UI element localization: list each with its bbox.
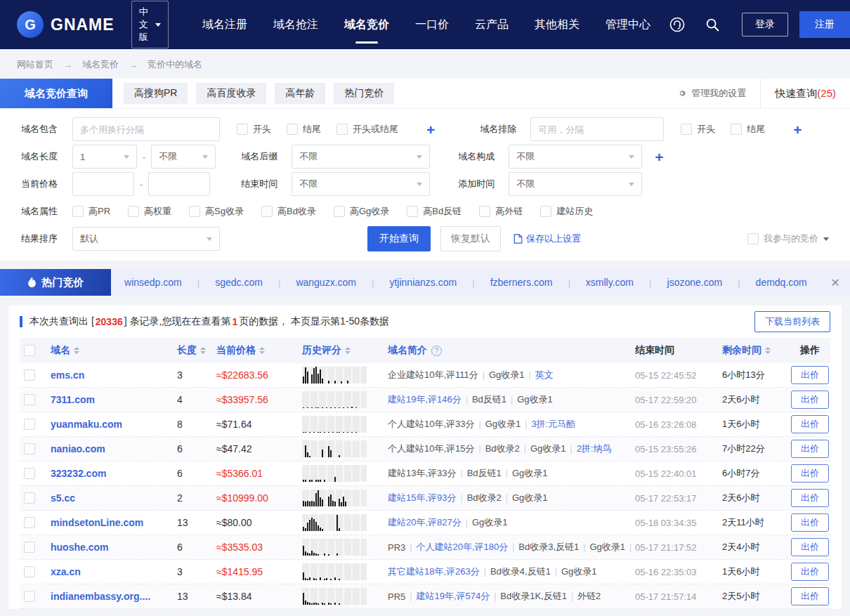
sort-icon[interactable]: [765, 347, 771, 354]
filter-checkbox-option[interactable]: 结尾: [287, 123, 321, 136]
desc-link[interactable]: 建站19年,评574分: [416, 590, 490, 603]
row-checkbox[interactable]: [24, 566, 35, 577]
sort-icon[interactable]: [259, 347, 265, 354]
my-bids-filter[interactable]: 我参与的竞价: [747, 232, 829, 245]
desc-link[interactable]: 英文: [535, 369, 554, 381]
hot-domain-link[interactable]: fzberners.com: [490, 277, 553, 288]
desc-link[interactable]: 建站15年,评93分: [388, 492, 457, 504]
sort-select[interactable]: 默认: [72, 227, 220, 251]
filter-checkbox-option[interactable]: 高Sg收录: [189, 205, 244, 218]
column-label[interactable]: 域名: [51, 344, 70, 357]
close-icon[interactable]: ✕: [820, 269, 850, 296]
manage-settings-link[interactable]: 管理我的设置: [663, 87, 760, 100]
bid-button[interactable]: 出价: [791, 587, 829, 605]
language-selector[interactable]: 中文版: [131, 1, 169, 48]
filter-checkbox-option[interactable]: 高权重: [128, 205, 171, 218]
filter-checkbox-option[interactable]: 高PR: [72, 205, 110, 218]
domain-link[interactable]: 7311.com: [51, 394, 95, 405]
suffix-select[interactable]: 不限: [292, 145, 430, 169]
my-bids-checkbox[interactable]: [747, 233, 759, 244]
row-checkbox[interactable]: [24, 542, 35, 553]
add-exclude-condition-button[interactable]: +: [793, 122, 802, 137]
bid-button[interactable]: 出价: [791, 538, 829, 556]
column-label[interactable]: 长度: [177, 344, 197, 357]
breadcrumb-item[interactable]: 竞价中的域名: [148, 58, 202, 71]
filter-checkbox-option[interactable]: 开头: [681, 123, 715, 136]
desc-link[interactable]: 2拼:纳鸟: [577, 443, 612, 455]
quick-query-button[interactable]: 快速查询(25): [761, 87, 850, 100]
nav-item[interactable]: 其他相关: [535, 12, 580, 38]
exclude-input[interactable]: [530, 117, 664, 141]
add-include-condition-button[interactable]: +: [426, 122, 435, 137]
register-button[interactable]: 注册: [799, 11, 850, 38]
filter-checkbox-option[interactable]: 开头或结尾: [336, 123, 398, 136]
checkbox[interactable]: [189, 206, 200, 217]
include-input[interactable]: [72, 117, 220, 141]
compose-select[interactable]: 不限: [509, 145, 642, 169]
domain-link[interactable]: naniao.com: [51, 443, 105, 454]
bid-button[interactable]: 出价: [791, 391, 829, 409]
domain-link[interactable]: mindsetonLine.com: [51, 517, 143, 528]
column-label[interactable]: 当前价格: [216, 344, 256, 357]
bid-button[interactable]: 出价: [791, 415, 829, 433]
breadcrumb-item[interactable]: 域名竞价: [82, 58, 119, 71]
search-button[interactable]: 开始查询: [367, 226, 431, 251]
desc-link[interactable]: 建站20年,评827分: [388, 516, 462, 529]
hot-auction-tab[interactable]: 热门竞价: [0, 269, 111, 296]
hot-domain-link[interactable]: sgedc.com: [215, 277, 263, 288]
row-checkbox[interactable]: [24, 468, 35, 479]
price-max-input[interactable]: [148, 172, 210, 196]
row-checkbox[interactable]: [24, 492, 35, 504]
reset-button[interactable]: 恢复默认: [440, 226, 501, 251]
filter-checkbox-option[interactable]: 高外链: [479, 205, 523, 218]
search-icon[interactable]: [704, 16, 721, 33]
hot-domain-link[interactable]: winsedp.com: [124, 277, 182, 288]
column-label[interactable]: 历史评分: [302, 344, 341, 357]
desc-link[interactable]: 个人建站20年,评180分: [416, 541, 508, 553]
domain-link[interactable]: huoshe.com: [51, 542, 108, 553]
hot-domain-link[interactable]: ytjinnianzs.com: [389, 277, 457, 288]
checkbox[interactable]: [128, 206, 139, 217]
domain-link[interactable]: indianembassy.org....: [51, 591, 150, 602]
tab[interactable]: 高搜狗PR: [124, 83, 188, 104]
row-checkbox[interactable]: [24, 517, 35, 528]
select-all-checkbox[interactable]: [24, 345, 35, 356]
filter-checkbox-option[interactable]: 高Bd收录: [261, 205, 316, 218]
bid-button[interactable]: 出价: [791, 464, 829, 483]
desc-link[interactable]: 3拼:元马酷: [531, 418, 575, 431]
nav-item[interactable]: 域名竞价: [344, 12, 389, 38]
nav-item[interactable]: 云产品: [475, 12, 509, 38]
column-label[interactable]: 剩余时间: [722, 344, 761, 357]
save-settings-link[interactable]: 保存以上设置: [514, 232, 581, 245]
filter-checkbox-option[interactable]: 开头: [237, 123, 271, 136]
bid-button[interactable]: 出价: [791, 489, 829, 507]
bid-button[interactable]: 出价: [791, 366, 829, 384]
price-min-input[interactable]: [72, 172, 134, 196]
bid-button[interactable]: 出价: [791, 563, 829, 581]
filter-checkbox-option[interactable]: 高Gg收录: [334, 205, 389, 218]
sort-icon[interactable]: [200, 347, 206, 354]
row-checkbox[interactable]: [24, 369, 35, 381]
checkbox[interactable]: [287, 124, 298, 135]
bid-button[interactable]: 出价: [791, 440, 829, 458]
domain-link[interactable]: ems.cn: [51, 369, 84, 381]
row-checkbox[interactable]: [24, 591, 35, 602]
tab[interactable]: 高年龄: [275, 83, 325, 104]
row-checkbox[interactable]: [24, 394, 35, 405]
domain-link[interactable]: yuanmaku.com: [51, 419, 122, 430]
brand-logo[interactable]: G GNAME: [17, 11, 115, 38]
support-icon[interactable]: [669, 16, 686, 33]
domain-link[interactable]: xza.cn: [51, 566, 81, 577]
help-icon[interactable]: ?: [431, 346, 442, 356]
row-checkbox[interactable]: [24, 443, 35, 454]
login-button[interactable]: 登录: [742, 13, 788, 37]
sort-icon[interactable]: [345, 347, 351, 354]
row-checkbox[interactable]: [24, 419, 35, 430]
hot-domain-link[interactable]: wanguzx.com: [296, 277, 356, 288]
filter-checkbox-option[interactable]: 高Bd反链: [407, 205, 462, 218]
checkbox[interactable]: [681, 124, 692, 135]
nav-item[interactable]: 一口价: [415, 12, 449, 38]
add-compose-condition-button[interactable]: +: [655, 150, 663, 164]
domain-link[interactable]: 323232.com: [51, 468, 106, 479]
checkbox[interactable]: [336, 124, 348, 135]
